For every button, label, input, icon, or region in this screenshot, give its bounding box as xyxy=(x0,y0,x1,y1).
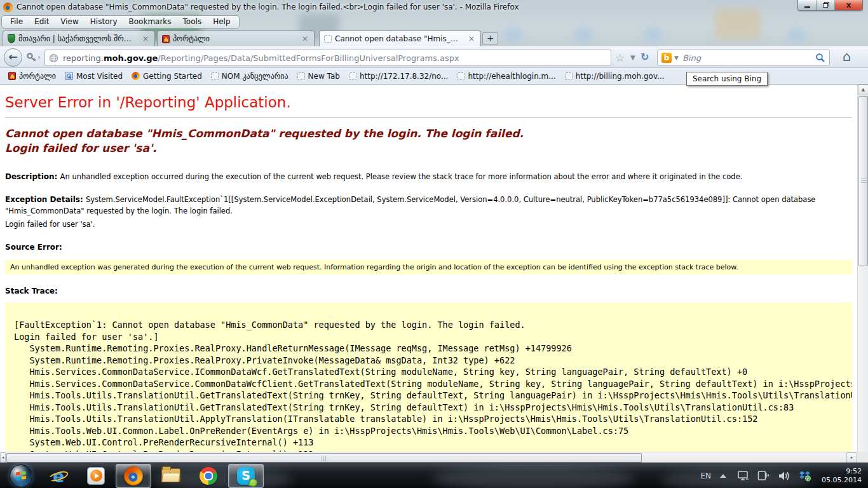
default-favicon-icon xyxy=(349,72,356,80)
firefox-logo-icon xyxy=(3,3,13,12)
restore-button[interactable] xyxy=(817,0,835,10)
tab-label: Cannot open database "Hmis_Comm... xyxy=(335,34,463,43)
tab-close-icon[interactable]: × xyxy=(141,34,150,43)
scroll-right-arrow-icon[interactable]: ▸ xyxy=(846,452,857,463)
most-visited-icon xyxy=(65,72,73,80)
tab-error-page-active[interactable]: Cannot open database "Hmis_Comm... × xyxy=(319,30,481,46)
bookmark-most-visited[interactable]: Most Visited xyxy=(60,70,127,83)
menu-view[interactable]: View xyxy=(55,16,84,27)
tab-close-icon[interactable]: × xyxy=(301,34,309,43)
window-title-bar[interactable]: Cannot open database "Hmis_CommonData" r… xyxy=(0,0,868,14)
taskbar-explorer-button[interactable] xyxy=(153,464,189,488)
bookmark-star-icon[interactable]: ☆ xyxy=(615,51,625,64)
bookmark-label: NOM კანცელარია xyxy=(222,72,288,81)
taskbar-smoke-blob xyxy=(432,464,635,488)
horizontal-scrollbar[interactable]: ◂ ▸ xyxy=(0,452,868,463)
globe-icon[interactable] xyxy=(49,53,58,63)
home-icon[interactable]: ⌂ xyxy=(843,49,851,64)
menu-tools[interactable]: Tools xyxy=(177,16,208,27)
bing-logo-icon[interactable]: b xyxy=(661,53,672,63)
error-description: Description: An unhandled exception occu… xyxy=(5,171,852,183)
bookmark-nom[interactable]: NOM კანცელარია xyxy=(207,70,293,83)
close-icon: x xyxy=(846,1,851,9)
tab-portali[interactable]: პორტალი × xyxy=(157,30,315,46)
scroll-left-arrow-icon[interactable]: ◂ xyxy=(0,452,6,463)
default-favicon-icon xyxy=(211,72,219,80)
firefox-icon xyxy=(124,466,143,485)
taskbar-internet-explorer-button[interactable]: e xyxy=(41,464,76,488)
key-icon[interactable] xyxy=(26,52,37,63)
crest-favicon-icon xyxy=(162,35,170,43)
divider xyxy=(5,118,852,118)
default-favicon-icon xyxy=(457,72,465,80)
menu-history[interactable]: History xyxy=(85,16,123,27)
scrollbar-grip xyxy=(322,456,327,461)
bookmark-billing[interactable]: http://billing.moh.gov... xyxy=(560,70,669,83)
location-bar[interactable]: reporting.moh.gov.ge/Reporting/Pages/Dat… xyxy=(44,50,611,66)
taskbar-firefox-button[interactable] xyxy=(116,464,151,488)
minimize-icon xyxy=(804,6,810,8)
bookmark-label: პორტალი xyxy=(19,72,56,81)
clock[interactable]: 9:52 05.05.2014 xyxy=(822,467,862,485)
bookmark-new-tab[interactable]: New Tab xyxy=(293,70,344,83)
menu-help[interactable]: Help xyxy=(207,16,236,27)
taskbar-chrome-button[interactable] xyxy=(191,464,226,488)
restore-icon xyxy=(823,3,828,8)
back-arrow-icon: ← xyxy=(8,51,17,62)
taskbar-smoke-blob xyxy=(661,468,813,488)
error-page: Server Error in '/Reporting' Application… xyxy=(0,85,857,452)
tab-home-portal[interactable]: მთავარი | საქართველოს შრომის, ... × xyxy=(3,30,155,46)
reload-icon[interactable]: ↻ xyxy=(641,51,649,63)
url-text: reporting.moh.gov.ge/Reporting/Pages/Dat… xyxy=(63,53,459,63)
menu-bookmarks[interactable]: Bookmarks xyxy=(123,16,177,27)
default-favicon-icon xyxy=(565,72,573,80)
error-subtitle-line1: Cannot open database "Hmis_CommonData" r… xyxy=(5,127,524,140)
start-button[interactable] xyxy=(8,464,34,488)
bookmark-label: http://billing.moh.gov... xyxy=(576,72,665,81)
default-favicon-icon xyxy=(297,72,305,80)
scrollbar-corner xyxy=(857,452,868,463)
windows-explorer-icon xyxy=(161,468,180,484)
menu-edit[interactable]: Edit xyxy=(29,16,55,27)
url-domain: moh.gov.ge xyxy=(104,53,158,63)
horizontal-scrollbar-thumb[interactable] xyxy=(6,453,642,463)
scroll-up-arrow-icon[interactable]: ▲ xyxy=(858,85,868,95)
new-tab-button[interactable]: + xyxy=(482,32,498,44)
shield-favicon-icon xyxy=(8,34,15,43)
vertical-scrollbar-thumb[interactable] xyxy=(858,96,868,266)
search-engine-dropdown-icon[interactable]: ▼ xyxy=(674,55,679,61)
minimize-button[interactable] xyxy=(798,0,817,10)
bookmark-portali[interactable]: პორტალი xyxy=(4,70,60,83)
bookmark-getting-started[interactable]: Getting Started xyxy=(127,70,207,83)
screen: Cannot open database "Hmis_CommonData" r… xyxy=(0,0,868,488)
taskbar-media-player-button[interactable] xyxy=(78,464,114,488)
stack-trace-text: [FaultException`1: Cannot open database … xyxy=(14,319,844,452)
search-box[interactable]: b ▼ xyxy=(657,50,830,66)
description-text: An unhandled exception occurred during t… xyxy=(60,172,743,181)
bookmark-ehealthlogin[interactable]: http://ehealthlogin.m... xyxy=(452,70,560,83)
menu-file[interactable]: File xyxy=(4,16,29,27)
back-button[interactable]: ← xyxy=(4,48,22,67)
stack-trace-box: [FaultException`1: Cannot open database … xyxy=(5,302,852,452)
url-subdomain: reporting. xyxy=(63,53,104,63)
vertical-scrollbar[interactable]: ▲ xyxy=(857,85,868,452)
chrome-icon xyxy=(200,467,217,485)
bookmark-label: http://ehealthlogin.m... xyxy=(468,72,555,81)
exception-details-label: Exception Details: xyxy=(5,195,86,204)
bookmark-ip-172[interactable]: http://172.17.8.32/no... xyxy=(344,70,453,83)
taskbar-skype-button[interactable]: S xyxy=(228,464,264,488)
leaf-badge-icon xyxy=(248,477,259,487)
tab-close-icon[interactable]: × xyxy=(467,34,476,43)
urlbar-dropdown-icon[interactable]: ▼ xyxy=(630,54,635,61)
search-icon[interactable] xyxy=(815,53,825,63)
close-button[interactable]: x xyxy=(835,0,862,10)
menu-bar: File Edit View History Bookmarks Tools H… xyxy=(0,14,868,29)
default-favicon-icon xyxy=(324,35,332,43)
media-player-circle xyxy=(90,470,102,482)
menu-group: File Edit View History Bookmarks Tools H… xyxy=(1,15,240,29)
url-path: /Reporting/Pages/Data/SubmittedFormsForB… xyxy=(158,53,459,63)
taskbar: e S EN xyxy=(0,463,868,488)
navigation-toolbar: ← › reporting.moh.gov.ge/Reporting/Pages… xyxy=(0,46,868,68)
firefox-favicon-icon xyxy=(132,72,140,80)
search-input[interactable] xyxy=(682,53,815,63)
